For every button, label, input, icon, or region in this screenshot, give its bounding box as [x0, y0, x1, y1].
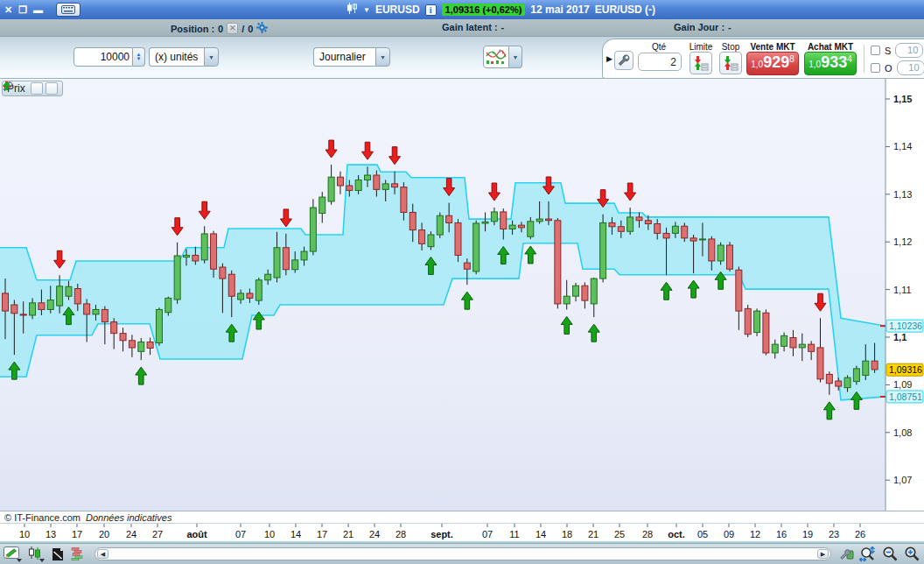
- stop-label: Stop: [718, 42, 743, 52]
- date-tick-label: 12: [750, 529, 760, 539]
- buy-price-pip: 4: [847, 54, 852, 64]
- candle-body: [618, 227, 624, 231]
- orderbook-button[interactable]: [70, 547, 86, 560]
- date-tick-label: 20: [99, 529, 109, 539]
- order-settings-button[interactable]: [614, 51, 634, 70]
- buy-price-prefix: 1,0: [808, 60, 821, 69]
- candle-body: [654, 224, 661, 234]
- qty-input[interactable]: 2: [638, 53, 682, 71]
- objective-row: O 10: [871, 60, 924, 75]
- symbol-name[interactable]: EURUSD: [375, 4, 420, 16]
- candle-body: [156, 309, 162, 342]
- gain-jour-value: -: [728, 22, 732, 32]
- timeframe-value: Journalier: [313, 47, 375, 67]
- price-tick-label: 1,07: [893, 475, 912, 485]
- scroll-right-icon[interactable]: ▶: [817, 549, 829, 559]
- chart-area[interactable]: Prix 1,151,141,131,121,111,11,091,081,07…: [0, 79, 924, 511]
- price-chart[interactable]: 1,151,141,131,121,111,11,091,081,071,102…: [0, 79, 924, 511]
- o-checkbox[interactable]: [871, 63, 880, 73]
- date-tick-label: août: [186, 529, 207, 539]
- date-tick-label: oct.: [668, 529, 685, 539]
- price-tick-label: 1,13: [893, 189, 912, 200]
- candle-body: [38, 303, 45, 310]
- zoom-in-icon[interactable]: [904, 546, 920, 561]
- gain-latent-group: Gain latent : -: [442, 22, 504, 32]
- stop-order-icon: [723, 55, 738, 71]
- window-titlebar: ✕ ❐ ▬ ▼ EURUSD i 1,09316 (+0,62%) 12 mai…: [0, 0, 924, 19]
- timeframe-selector[interactable]: Journalier ▼: [313, 47, 390, 67]
- close-icon[interactable]: ✕: [4, 4, 12, 16]
- sell-price-main: 929: [763, 55, 789, 69]
- maximize-icon[interactable]: ❐: [18, 4, 27, 16]
- gain-latent-label: Gain latent :: [442, 22, 498, 32]
- buy-mkt-button[interactable]: 1,09334: [804, 52, 857, 75]
- chevron-down-icon[interactable]: ▼: [204, 47, 219, 67]
- candle-body: [174, 256, 180, 300]
- gain-latent-value: -: [501, 22, 505, 32]
- price-tick-label: 1,14: [893, 141, 912, 152]
- candle-body: [30, 303, 36, 315]
- candle-body: [66, 286, 72, 296]
- date-tick-label: 17: [317, 529, 327, 539]
- chart-settings-button[interactable]: [840, 547, 854, 561]
- minimize-icon[interactable]: ▬: [33, 4, 43, 16]
- scroll-left-icon[interactable]: ◀: [97, 549, 108, 559]
- sell-mkt-button[interactable]: 1,09298: [746, 52, 799, 75]
- quantity-stepper[interactable]: 10000 ▲▼: [74, 47, 145, 67]
- zoom-fit-icon[interactable]: [859, 546, 877, 562]
- chevron-down-icon[interactable]: ▼: [363, 6, 370, 14]
- copyright-row: © IT-Finance.com Données indicatives: [0, 511, 924, 524]
- position-slash: /: [242, 24, 244, 34]
- candle-body: [11, 305, 18, 314]
- news-button[interactable]: [51, 547, 65, 561]
- date-tick-label: 09: [724, 529, 734, 539]
- info-icon[interactable]: i: [425, 4, 437, 16]
- date-tick-label: 10: [19, 529, 30, 539]
- keyboard-icon[interactable]: [56, 3, 80, 17]
- copyright-note: Données indicatives: [86, 512, 172, 523]
- chevron-down-icon[interactable]: ▼: [509, 46, 522, 68]
- chevron-down-icon[interactable]: ▼: [375, 47, 390, 67]
- bottom-toolbar: ◀ ▶: [0, 543, 924, 564]
- candle-body: [509, 225, 515, 229]
- candle-body: [754, 311, 760, 332]
- candle-body: [129, 341, 135, 348]
- gain-jour-group: Gain Jour : -: [674, 22, 732, 32]
- price-panel-tab[interactable]: Prix: [2, 81, 63, 96]
- s-checkbox[interactable]: [871, 46, 880, 55]
- o-input[interactable]: 10: [897, 60, 924, 75]
- candle-body: [274, 248, 280, 278]
- fold-panel-arrow-icon[interactable]: ▶: [606, 54, 612, 63]
- chart-style-button[interactable]: ▼: [483, 46, 522, 68]
- date-tick-label: 13: [46, 529, 56, 539]
- gear-icon[interactable]: [256, 22, 268, 35]
- copyright-text: © IT-Finance.com: [4, 512, 80, 523]
- trade-panel: ▶ Qté 2 Limite Stop Vente MKT 1,09298 Ac…: [602, 39, 924, 79]
- position-bar: Position : 0 ✕ / 0 Gain latent : - Gain …: [0, 19, 924, 37]
- price-tick-label: 1,12: [893, 236, 912, 247]
- close-position-icon[interactable]: ✕: [227, 23, 238, 34]
- horizontal-scrollbar[interactable]: ◀ ▶: [94, 547, 831, 560]
- o-label: O: [885, 63, 892, 74]
- drawing-tools-button[interactable]: [4, 546, 23, 562]
- date-tick-label: 18: [562, 529, 572, 539]
- unit-selector[interactable]: (x) unités ▼: [149, 47, 219, 67]
- candle-body: [238, 293, 244, 300]
- price-tick-label: 1,15: [893, 94, 912, 104]
- candle-style-button[interactable]: [28, 546, 46, 562]
- candle-body: [663, 233, 669, 237]
- stop-order-button[interactable]: [719, 52, 742, 74]
- spinner-arrows-icon[interactable]: ▲▼: [133, 47, 145, 67]
- buy-mkt-label: Achat MKT: [804, 42, 857, 52]
- date-tick-label: 14: [290, 529, 301, 539]
- buy-arrow-icon[interactable]: [46, 82, 58, 95]
- s-input[interactable]: 10: [895, 43, 923, 58]
- limit-order-button[interactable]: [690, 52, 712, 74]
- zoom-out-icon[interactable]: [882, 546, 899, 561]
- sell-arrow-icon[interactable]: [31, 82, 43, 95]
- quantity-input[interactable]: 10000: [74, 47, 133, 67]
- candle-body: [20, 314, 26, 315]
- candle-body: [826, 374, 832, 383]
- candle-body: [727, 245, 733, 269]
- candle-body: [428, 235, 434, 247]
